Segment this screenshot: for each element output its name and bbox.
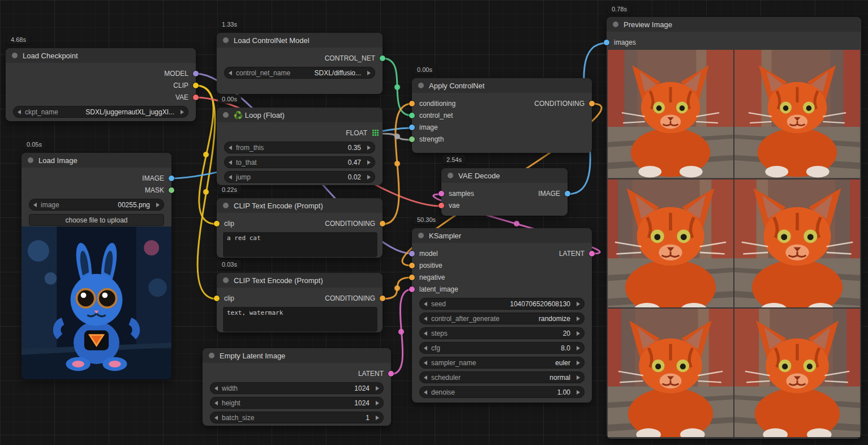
input-port-model[interactable] xyxy=(409,251,415,256)
node-header[interactable]: CLIP Text Encode (Prompt) xyxy=(217,273,383,288)
node-apply-controlnet[interactable]: Apply ControlNet conditioning CONDITIONI… xyxy=(412,78,592,153)
node-header[interactable]: ♻️ Loop (Float) xyxy=(217,108,383,122)
input-port-samples[interactable] xyxy=(439,191,444,196)
prev-arrow-icon[interactable] xyxy=(229,146,232,150)
input-port-clip[interactable] xyxy=(214,296,220,301)
next-arrow-icon[interactable] xyxy=(367,160,371,165)
output-port-clip[interactable] xyxy=(193,83,199,88)
prev-arrow-icon[interactable] xyxy=(33,203,37,207)
prev-arrow-icon[interactable] xyxy=(424,361,427,365)
output-port-image[interactable] xyxy=(565,191,570,196)
prev-arrow-icon[interactable] xyxy=(214,401,218,405)
prev-arrow-icon[interactable] xyxy=(424,331,427,336)
node-graph-canvas[interactable]: 4.68s 0.05s 1.33s 0.00s 0.22s 0.03s 0.00… xyxy=(0,0,868,445)
prev-arrow-icon[interactable] xyxy=(229,175,232,179)
widget-cfg[interactable]: cfg 8.0 xyxy=(419,342,585,354)
output-port-image[interactable] xyxy=(169,176,174,181)
preview-image-cell[interactable] xyxy=(608,179,733,308)
prev-arrow-icon[interactable] xyxy=(424,302,427,306)
output-port-latent[interactable] xyxy=(589,251,595,256)
prev-arrow-icon[interactable] xyxy=(214,386,218,391)
next-arrow-icon[interactable] xyxy=(577,375,580,380)
widget-jump[interactable]: jump 0.02 xyxy=(224,171,375,183)
prev-arrow-icon[interactable] xyxy=(214,416,218,420)
next-arrow-icon[interactable] xyxy=(367,71,371,75)
node-clip-encode-positive[interactable]: CLIP Text Encode (Prompt) clip CONDITION… xyxy=(217,198,383,258)
output-port-vae[interactable] xyxy=(193,95,199,100)
node-collapse-icon[interactable] xyxy=(223,37,229,43)
node-collapse-icon[interactable] xyxy=(12,53,18,58)
node-header[interactable]: Load Image xyxy=(22,153,171,168)
input-port-image[interactable] xyxy=(409,125,415,130)
input-port-conditioning[interactable] xyxy=(409,101,415,106)
node-collapse-icon[interactable] xyxy=(418,233,424,238)
widget-seed[interactable]: seed 1040706520608130 xyxy=(419,298,585,310)
next-arrow-icon[interactable] xyxy=(577,331,580,336)
node-collapse-icon[interactable] xyxy=(448,173,453,178)
preview-image-cell[interactable] xyxy=(608,309,733,437)
node-load-controlnet[interactable]: Load ControlNet Model CONTROL_NET contro… xyxy=(217,33,383,94)
prompt-textarea[interactable]: a red cat xyxy=(222,232,377,257)
next-arrow-icon[interactable] xyxy=(577,361,580,365)
preview-image-cell[interactable] xyxy=(734,179,860,308)
node-header[interactable]: Load ControlNet Model xyxy=(217,33,383,48)
node-vae-decode[interactable]: VAE Decode samples IMAGE vae xyxy=(441,168,568,216)
node-header[interactable]: KSampler xyxy=(412,228,592,243)
input-port-strength[interactable] xyxy=(409,136,415,142)
next-arrow-icon[interactable] xyxy=(376,386,379,391)
next-arrow-icon[interactable] xyxy=(577,390,580,395)
node-header[interactable]: CLIP Text Encode (Prompt) xyxy=(217,198,383,213)
input-port-positive[interactable] xyxy=(409,263,415,268)
next-arrow-icon[interactable] xyxy=(181,110,184,114)
node-collapse-icon[interactable] xyxy=(209,353,214,358)
node-clip-encode-negative[interactable]: CLIP Text Encode (Prompt) clip CONDITION… xyxy=(217,273,383,332)
prev-arrow-icon[interactable] xyxy=(424,316,427,321)
widget-control-after-generate[interactable]: control_after_generate randomize xyxy=(419,313,585,324)
node-header[interactable]: Load Checkpoint xyxy=(6,48,196,63)
output-port-mask[interactable] xyxy=(169,187,174,193)
widget-width[interactable]: width 1024 xyxy=(210,382,384,394)
widget-to-that[interactable]: to_that 0.47 xyxy=(224,156,375,168)
widget-from-this[interactable]: from_this 0.35 xyxy=(224,142,375,153)
input-port-latent-image[interactable] xyxy=(409,286,415,292)
output-port-conditioning[interactable] xyxy=(380,221,385,226)
widget-denoise[interactable]: denoise 1.00 xyxy=(419,386,585,398)
preview-image-cell[interactable] xyxy=(608,50,733,178)
prev-arrow-icon[interactable] xyxy=(18,110,21,114)
input-port-negative[interactable] xyxy=(409,275,415,280)
node-load-checkpoint[interactable]: Load Checkpoint MODEL CLIP VAE ckpt_name… xyxy=(6,48,196,121)
preview-image-cell[interactable] xyxy=(734,309,860,437)
preview-image-cell[interactable] xyxy=(734,50,860,178)
widget-control-net-name[interactable]: control_net_name SDXL/diffusio... xyxy=(224,67,375,79)
node-header[interactable]: Empty Latent Image xyxy=(203,348,391,363)
prev-arrow-icon[interactable] xyxy=(424,390,427,395)
node-header[interactable]: VAE Decode xyxy=(441,168,568,183)
input-port-vae[interactable] xyxy=(439,203,444,208)
next-arrow-icon[interactable] xyxy=(367,146,371,150)
output-port-latent[interactable] xyxy=(388,371,394,376)
node-header[interactable]: Apply ControlNet xyxy=(412,78,592,93)
prev-arrow-icon[interactable] xyxy=(229,160,232,165)
widget-steps[interactable]: steps 20 xyxy=(419,327,585,339)
prev-arrow-icon[interactable] xyxy=(424,346,427,350)
input-port-clip[interactable] xyxy=(214,221,220,226)
node-collapse-icon[interactable] xyxy=(28,157,33,163)
prev-arrow-icon[interactable] xyxy=(229,71,232,75)
widget-ckpt-name[interactable]: ckpt_name SDXL/juggernautXL_juggXI... xyxy=(13,106,188,118)
next-arrow-icon[interactable] xyxy=(577,316,580,321)
output-port-conditioning[interactable] xyxy=(589,101,595,106)
next-arrow-icon[interactable] xyxy=(367,175,371,179)
node-collapse-icon[interactable] xyxy=(613,22,618,27)
node-collapse-icon[interactable] xyxy=(223,112,229,118)
node-empty-latent[interactable]: Empty Latent Image LATENT width 1024 hei… xyxy=(203,348,391,426)
next-arrow-icon[interactable] xyxy=(376,401,379,405)
prompt-textarea[interactable]: text, watermark xyxy=(222,307,377,332)
widget-scheduler[interactable]: scheduler normal xyxy=(419,371,585,383)
widget-image-file[interactable]: image 00255.png xyxy=(29,199,164,211)
output-port-conditioning[interactable] xyxy=(380,296,385,301)
input-image-preview[interactable] xyxy=(22,226,171,379)
input-port-control-net[interactable] xyxy=(409,113,415,118)
widget-batch-size[interactable]: batch_size 1 xyxy=(210,412,384,423)
next-arrow-icon[interactable] xyxy=(577,302,580,306)
node-collapse-icon[interactable] xyxy=(418,83,424,88)
